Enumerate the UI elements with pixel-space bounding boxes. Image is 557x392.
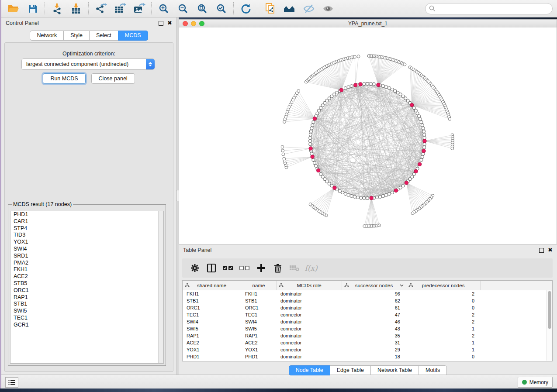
tab-network-table[interactable]: Network Table [370, 365, 419, 375]
table-mode-icon[interactable] [187, 261, 203, 275]
table-cell: 2 [406, 291, 481, 296]
network-from-selection-icon[interactable] [261, 1, 280, 16]
zoom-in-icon[interactable] [154, 1, 173, 16]
node-table[interactable]: shared namenameMCDS rolesuccessor nodesp… [182, 280, 553, 361]
save-session-icon[interactable] [23, 1, 42, 16]
mcds-result-item[interactable]: TID3 [10, 232, 163, 239]
table-panel-tabs: Node TableEdge TableNetwork TableMotifs [179, 365, 557, 375]
table-scrollbar[interactable] [547, 290, 552, 361]
mcds-result-item[interactable]: GCR1 [10, 322, 163, 329]
mcds-hub-node [339, 88, 343, 92]
mcds-result-item[interactable]: PHD1 [10, 211, 163, 218]
memory-button[interactable]: Memory [518, 377, 553, 388]
mcds-result-item[interactable]: RAP1 [10, 294, 163, 301]
table-row[interactable]: YOX1YOX1connector291 [183, 346, 552, 353]
close-panel-icon[interactable]: ✖ [167, 21, 172, 25]
tab-mcds[interactable]: MCDS [118, 31, 148, 41]
table-cell: ACE2 [183, 340, 241, 345]
hide-selected-icon[interactable] [299, 1, 318, 16]
import-table-icon[interactable] [67, 1, 86, 16]
table-row[interactable]: PHD1PHD1dominator180 [183, 353, 552, 360]
mcds-result-item[interactable]: SWI4 [10, 246, 163, 253]
search-box[interactable] [425, 3, 553, 14]
show-all-icon[interactable] [318, 1, 338, 16]
table-scrollbar-thumb[interactable] [548, 291, 551, 329]
table-row[interactable]: RAP1RAP1dominator352 [183, 332, 552, 339]
split-view-icon[interactable] [203, 261, 220, 275]
table-row[interactable]: STB1STB1dominator620 [183, 297, 552, 304]
deselect-all-icon[interactable] [236, 261, 253, 275]
column-header-shared-name[interactable]: shared name [183, 281, 241, 290]
first-neighbors-icon[interactable] [280, 1, 299, 16]
table-panel-title: Table Panel [183, 247, 211, 253]
criterion-dropdown[interactable]: largest connected component (undirected) [21, 58, 155, 70]
tab-node-table[interactable]: Node Table [289, 365, 330, 375]
network-canvas[interactable] [179, 28, 557, 244]
zoom-out-icon[interactable] [173, 1, 193, 16]
task-history-button[interactable] [5, 377, 18, 388]
toolbar-separator [151, 2, 152, 15]
column-header-successor-nodes[interactable]: successor nodes [342, 281, 406, 290]
mcds-result-item[interactable]: SRD1 [10, 253, 163, 260]
column-header-predecessor-nodes[interactable]: predecessor nodes [406, 281, 481, 290]
node-table-body: FKH1FKH1dominator962STB1STB1dominator620… [183, 290, 552, 360]
control-panel: Control Panel ✖ NetworkStyleSelectMCDS O… [1, 17, 177, 375]
sort-desc-icon [400, 284, 404, 287]
table-cell: 2 [406, 319, 481, 324]
float-table-panel-icon[interactable] [539, 248, 544, 253]
table-cell: 62 [342, 298, 406, 303]
close-panel-button[interactable]: Close panel [91, 73, 135, 84]
table-panel-titlebar: Table Panel ✖ [179, 244, 557, 256]
search-input[interactable] [438, 5, 549, 12]
column-header-name[interactable]: name [241, 281, 277, 290]
mcds-result-item[interactable]: STB1 [10, 301, 163, 308]
mcds-list-scrollbar[interactable] [158, 211, 163, 363]
export-image-icon[interactable] [130, 1, 149, 16]
mcds-result-item[interactable]: STB5 [10, 280, 163, 287]
table-row[interactable]: ACE2ACE2connector311 [183, 339, 552, 346]
tab-edge-table[interactable]: Edge Table [330, 365, 371, 375]
column-header-MCDS-role[interactable]: MCDS role [277, 281, 342, 290]
tab-style[interactable]: Style [63, 31, 90, 41]
table-row[interactable]: SWI5SWI5connector431 [183, 325, 552, 332]
table-row[interactable]: ORC1ORC1dominator610 [183, 304, 552, 311]
mcds-result-item[interactable]: TEC1 [10, 315, 163, 322]
table-cell: SWI4 [183, 319, 241, 324]
mcds-result-item[interactable]: YOX1 [10, 239, 163, 246]
delete-column-icon[interactable] [270, 261, 286, 275]
mcds-result-item[interactable]: SWI5 [10, 308, 163, 315]
select-all-icon[interactable] [220, 261, 236, 275]
table-cell: TEC1 [241, 312, 277, 317]
mcds-result-item[interactable]: FKH1 [10, 266, 163, 273]
mcds-result-item[interactable]: PMA2 [10, 260, 163, 267]
network-view-window: YPA_prune.txt_1 [179, 19, 557, 244]
data-type-icon [408, 283, 413, 288]
table-cell: dominator [277, 305, 342, 310]
run-mcds-button[interactable]: Run MCDS [43, 73, 85, 84]
table-row[interactable]: SWI4SWI4dominator462 [183, 318, 552, 325]
import-network-icon[interactable] [48, 1, 67, 16]
export-network-icon[interactable] [91, 1, 111, 16]
table-row[interactable]: TEC1TEC1connector472 [183, 311, 552, 318]
mcds-hub-node [354, 83, 357, 87]
toolbar-separator [45, 2, 45, 15]
float-panel-icon[interactable] [159, 21, 163, 26]
mcds-result-item[interactable]: CAR1 [10, 218, 163, 225]
add-column-icon[interactable] [253, 261, 270, 275]
refresh-icon[interactable] [236, 1, 256, 16]
mcds-result-item[interactable]: STP4 [10, 225, 163, 232]
export-table-icon[interactable] [111, 1, 130, 16]
close-table-panel-icon[interactable]: ✖ [548, 248, 553, 252]
control-panel-title: Control Panel [6, 20, 39, 26]
table-row[interactable]: FKH1FKH1dominator962 [183, 290, 552, 297]
zoom-selected-icon[interactable] [212, 1, 231, 16]
network-window-titlebar[interactable]: YPA_prune.txt_1 [179, 20, 557, 28]
tab-network[interactable]: Network [30, 31, 64, 41]
tab-select[interactable]: Select [89, 31, 118, 41]
mcds-result-list[interactable]: PHD1CAR1STP4TID3YOX1SWI4SRD1PMA2FKH1ACE2… [10, 211, 164, 364]
mcds-result-item[interactable]: ACE2 [10, 273, 163, 280]
open-session-icon[interactable] [4, 1, 23, 16]
zoom-fit-icon[interactable] [193, 1, 212, 16]
tab-motifs[interactable]: Motifs [419, 365, 447, 375]
mcds-result-item[interactable]: ORC1 [10, 287, 163, 294]
